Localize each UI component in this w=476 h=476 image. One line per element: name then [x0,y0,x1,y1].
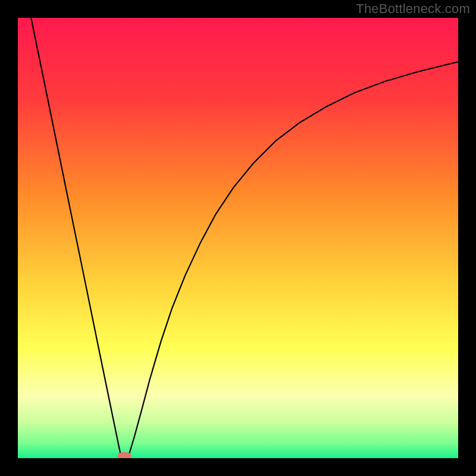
plot-svg [18,18,458,458]
plot-area [18,18,458,458]
chart-frame: TheBottleneck.com [0,0,476,476]
watermark-text: TheBottleneck.com [356,1,470,17]
gradient-background [18,18,458,458]
